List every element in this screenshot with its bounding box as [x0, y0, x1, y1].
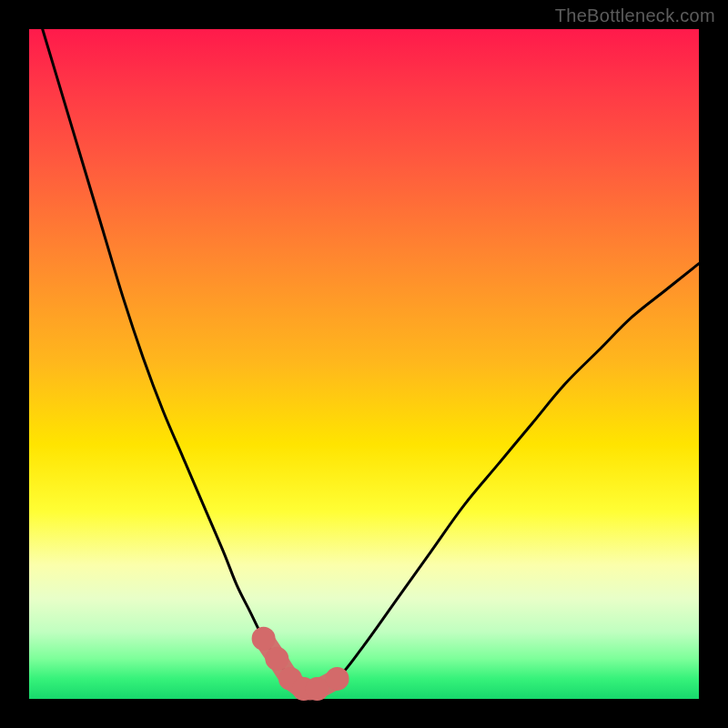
optimal-zone-dot — [252, 627, 276, 651]
chart-frame: TheBottleneck.com — [0, 0, 728, 728]
chart-svg — [29, 29, 699, 699]
watermark-text: TheBottleneck.com — [555, 5, 715, 26]
optimal-zone-dot — [326, 667, 349, 691]
optimal-zone-dot — [265, 647, 288, 671]
optimal-zone-dots — [252, 627, 349, 701]
chart-plot-area — [29, 29, 699, 699]
optimal-zone-dot — [305, 677, 329, 701]
bottleneck-curve — [43, 29, 699, 690]
